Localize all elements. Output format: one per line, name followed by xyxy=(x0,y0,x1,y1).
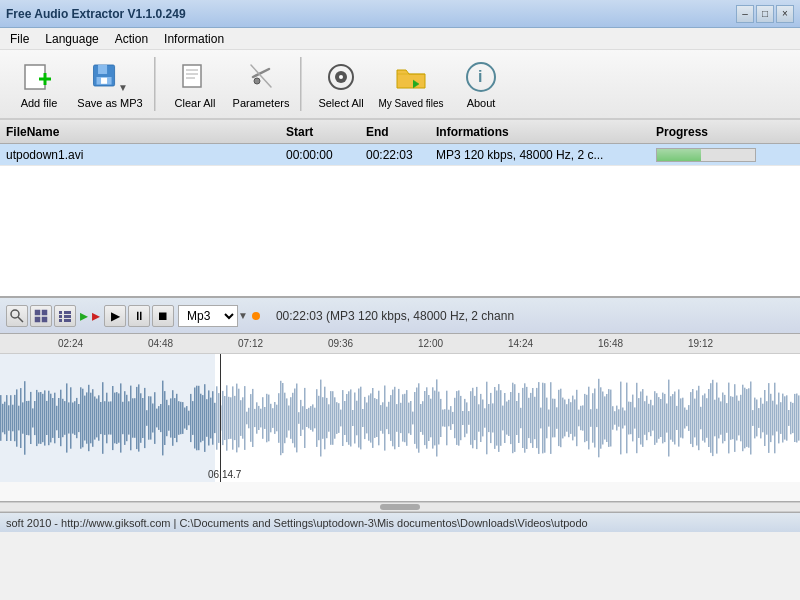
svg-rect-301 xyxy=(536,388,538,448)
svg-rect-241 xyxy=(416,388,418,449)
svg-rect-181 xyxy=(296,384,298,453)
red-marker-icon[interactable]: ▸ xyxy=(92,306,100,325)
svg-rect-63 xyxy=(60,390,62,447)
col-filename-header: FileName xyxy=(0,125,280,139)
pause-icon: ⏸ xyxy=(133,309,145,323)
svg-rect-310 xyxy=(554,399,556,438)
svg-rect-414 xyxy=(762,404,764,433)
svg-rect-217 xyxy=(368,395,370,440)
language-menu[interactable]: Language xyxy=(37,30,106,48)
parameters-button[interactable]: Parameters xyxy=(230,53,292,115)
scrollbar-thumb[interactable] xyxy=(380,504,420,510)
svg-rect-223 xyxy=(380,405,382,431)
svg-rect-83 xyxy=(100,402,102,434)
svg-rect-334 xyxy=(602,392,604,445)
svg-rect-410 xyxy=(754,398,756,439)
svg-rect-118 xyxy=(170,398,172,437)
svg-rect-78 xyxy=(90,393,92,444)
svg-rect-93 xyxy=(120,383,122,452)
svg-rect-151 xyxy=(236,384,238,453)
file-menu[interactable]: File xyxy=(2,30,37,48)
svg-rect-431 xyxy=(796,394,798,443)
svg-rect-349 xyxy=(632,395,634,442)
svg-rect-127 xyxy=(188,411,190,426)
svg-rect-77 xyxy=(88,385,90,451)
svg-rect-391 xyxy=(716,383,718,454)
svg-rect-159 xyxy=(252,389,254,447)
svg-rect-234 xyxy=(402,394,404,441)
green-marker-icon[interactable]: ▸ xyxy=(80,306,88,325)
svg-rect-322 xyxy=(578,410,580,427)
svg-point-19 xyxy=(11,310,19,318)
horizontal-scrollbar[interactable] xyxy=(0,502,800,512)
svg-rect-415 xyxy=(764,390,766,446)
svg-rect-4 xyxy=(98,65,107,74)
zoom-icon[interactable] xyxy=(6,305,28,327)
play-button[interactable]: ▶ xyxy=(104,305,126,327)
svg-rect-368 xyxy=(670,396,672,440)
close-button[interactable]: × xyxy=(776,5,794,23)
svg-rect-201 xyxy=(336,402,338,434)
svg-rect-189 xyxy=(312,404,314,431)
information-menu[interactable]: Information xyxy=(156,30,232,48)
table-row[interactable]: utpodown1.avi 00:00:00 00:22:03 MP3 120 … xyxy=(0,144,800,166)
svg-rect-141 xyxy=(216,386,218,449)
action-menu[interactable]: Action xyxy=(107,30,156,48)
svg-rect-411 xyxy=(756,400,758,437)
pause-button[interactable]: ⏸ xyxy=(128,305,150,327)
svg-rect-318 xyxy=(570,402,572,434)
clear-all-button[interactable]: Clear All xyxy=(164,53,226,115)
svg-rect-256 xyxy=(446,391,448,446)
save-as-mp3-label: Save as MP3 xyxy=(77,97,142,109)
svg-rect-257 xyxy=(448,410,450,427)
svg-rect-108 xyxy=(150,396,152,439)
waveform-canvas[interactable]: 06:14.7 xyxy=(0,354,800,482)
svg-line-20 xyxy=(18,317,23,322)
svg-rect-144 xyxy=(222,391,224,445)
svg-rect-28 xyxy=(64,311,71,314)
svg-rect-254 xyxy=(442,410,444,427)
my-saved-files-label: My Saved files xyxy=(378,98,443,109)
select-all-button[interactable]: Select All xyxy=(310,53,372,115)
svg-rect-358 xyxy=(650,400,652,436)
svg-rect-251 xyxy=(436,379,438,456)
svg-rect-307 xyxy=(548,410,550,427)
svg-rect-352 xyxy=(638,398,640,438)
minimize-button[interactable]: – xyxy=(736,5,754,23)
svg-rect-252 xyxy=(438,392,440,445)
grid-view-icon[interactable] xyxy=(30,305,52,327)
timecode-7: 19:12 xyxy=(688,338,713,349)
svg-rect-103 xyxy=(140,393,142,443)
svg-rect-221 xyxy=(376,399,378,437)
svg-rect-222 xyxy=(378,391,380,446)
svg-rect-36 xyxy=(6,395,8,441)
svg-rect-382 xyxy=(698,386,700,450)
svg-rect-65 xyxy=(64,401,66,435)
svg-rect-99 xyxy=(132,398,134,437)
svg-rect-106 xyxy=(146,410,148,426)
svg-rect-351 xyxy=(636,383,638,453)
list-view-icon[interactable] xyxy=(54,305,76,327)
svg-text:i: i xyxy=(478,68,482,85)
format-select[interactable]: Mp3 WAV AAC OGG xyxy=(178,305,238,327)
my-saved-files-button[interactable]: My Saved files xyxy=(376,53,446,115)
svg-rect-168 xyxy=(270,404,272,433)
save-as-mp3-button[interactable]: ▼ Save as MP3 xyxy=(74,53,146,115)
stop-button[interactable]: ⏹ xyxy=(152,305,174,327)
svg-rect-62 xyxy=(58,398,60,438)
time-display: 00:22:03 (MP3 120 kbps, 48000 Hz, 2 chan… xyxy=(276,309,514,323)
svg-rect-121 xyxy=(176,394,178,442)
svg-rect-268 xyxy=(470,391,472,445)
maximize-button[interactable]: □ xyxy=(756,5,774,23)
svg-rect-406 xyxy=(746,389,748,447)
svg-rect-426 xyxy=(786,395,788,440)
svg-rect-169 xyxy=(272,408,274,428)
svg-rect-388 xyxy=(710,383,712,453)
svg-rect-43 xyxy=(20,388,22,448)
about-button[interactable]: i About xyxy=(450,53,512,115)
progress-bar-fill xyxy=(657,149,701,161)
svg-rect-409 xyxy=(752,410,754,426)
svg-rect-332 xyxy=(598,379,600,458)
add-file-button[interactable]: Add file xyxy=(8,53,70,115)
svg-rect-333 xyxy=(600,387,602,448)
